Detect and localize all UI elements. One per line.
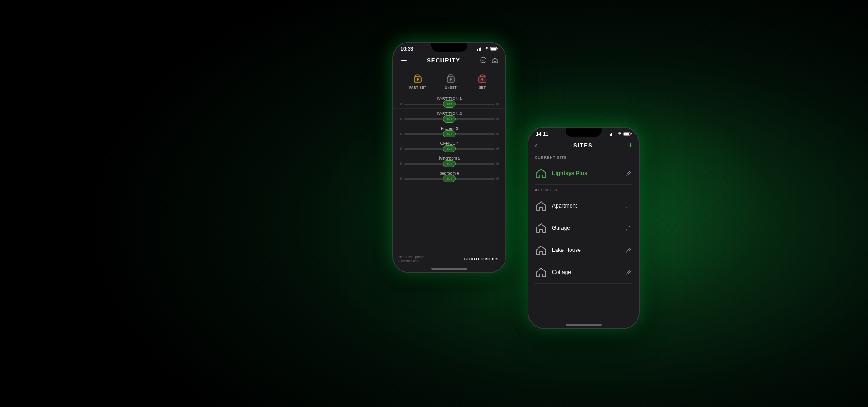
unset-label: UNSET <box>445 86 457 89</box>
lock-actions-row: PART SET UNSET <box>393 67 505 92</box>
svg-rect-0 <box>477 49 478 51</box>
notch-2 <box>566 128 602 137</box>
site-item-cottage[interactable]: Cottage <box>535 261 632 284</box>
partition-item-2[interactable]: PARTITION 2 SET <box>393 109 505 123</box>
slider-right-1 <box>496 103 499 105</box>
sites-content: CURRENT SITE Lightsys Plus <box>528 152 639 322</box>
home-nav-icon[interactable] <box>491 56 499 64</box>
add-site-button[interactable]: + <box>628 141 632 149</box>
battery-icon-2 <box>623 132 632 136</box>
phone-sites: 14:11 <box>528 127 640 329</box>
part-set-label: PART SET <box>409 86 426 89</box>
slider-track-5[interactable]: SET <box>404 163 495 165</box>
sites-title: SITES <box>573 142 593 149</box>
site-item-garage[interactable]: Garage <box>535 217 632 239</box>
partition-list: PARTITION 1 SET PARTITION 2 <box>393 92 505 252</box>
svg-rect-21 <box>624 133 629 135</box>
lake-house-home-icon <box>535 244 547 256</box>
svg-rect-4 <box>491 48 496 50</box>
partition-item-3[interactable]: Kitchen 3 SET <box>393 123 505 138</box>
svg-rect-2 <box>480 48 481 51</box>
wifi-icon-2 <box>618 132 622 136</box>
svg-rect-18 <box>611 133 612 136</box>
help-icon[interactable]: ? <box>479 56 487 64</box>
lake-house-edit-icon[interactable] <box>625 246 632 254</box>
apartment-name: Apartment <box>552 203 621 209</box>
partition-item-1[interactable]: PARTITION 1 SET <box>393 94 505 109</box>
partition-item-4[interactable]: OFFICE 4 SET <box>393 138 505 153</box>
signal-icon <box>477 47 484 51</box>
cottage-name: Cottage <box>552 269 621 275</box>
svg-rect-5 <box>497 48 498 49</box>
slider-track-4[interactable]: SET <box>404 148 495 150</box>
nav-bar-security: SECURITY ? <box>393 53 505 67</box>
garage-name: Garage <box>552 225 621 231</box>
cottage-edit-icon[interactable] <box>625 269 632 276</box>
lake-house-name: Lake House <box>552 247 621 253</box>
svg-rect-17 <box>610 134 611 136</box>
status-time-2: 14:11 <box>536 131 548 137</box>
svg-point-12 <box>450 78 452 80</box>
global-groups-button[interactable]: GLOBAL GROUPS › <box>464 257 501 261</box>
security-title: SECURITY <box>427 57 460 64</box>
apartment-edit-icon[interactable] <box>625 202 632 209</box>
garage-home-icon <box>535 222 547 234</box>
current-site-item[interactable]: Lightsys Plus <box>535 162 632 185</box>
set-action[interactable]: SET <box>475 71 490 89</box>
back-button[interactable]: ‹ <box>535 141 538 149</box>
home-indicator-2 <box>566 324 602 326</box>
current-site-edit-icon[interactable] <box>625 170 632 177</box>
slider-left-1 <box>400 103 402 105</box>
partition-item-6[interactable]: bedroom 6 SET <box>393 168 505 183</box>
menu-icon[interactable] <box>400 56 408 64</box>
svg-point-9 <box>417 78 419 80</box>
phone-bottom-bar: Status last update: 1 seconds ago GLOBAL… <box>393 252 505 266</box>
slider-track-6[interactable]: SET <box>404 178 495 180</box>
status-time-1: 10:33 <box>401 46 413 52</box>
svg-rect-22 <box>631 133 632 134</box>
status-icons-1 <box>477 47 498 51</box>
site-item-apartment[interactable]: Apartment <box>535 195 632 217</box>
garage-edit-icon[interactable] <box>625 224 632 232</box>
status-icons-2 <box>610 132 632 136</box>
site-item-lake-house[interactable]: Lake House <box>535 239 632 261</box>
slider-track-1[interactable]: SET <box>404 104 495 105</box>
home-indicator-1 <box>431 268 467 270</box>
phone-security: 10:33 <box>392 42 506 273</box>
sites-nav-bar: ‹ SITES + <box>528 138 639 152</box>
apartment-home-icon <box>535 199 547 212</box>
svg-rect-19 <box>613 133 613 136</box>
svg-text:?: ? <box>482 59 485 63</box>
cottage-home-icon <box>535 266 547 279</box>
set-label: SET <box>479 86 486 89</box>
status-update-text: Status last update: 1 seconds ago <box>398 255 424 263</box>
current-site-name: Lightsys Plus <box>552 170 621 176</box>
current-site-label: CURRENT SITE <box>535 152 632 162</box>
svg-point-15 <box>481 78 483 80</box>
wifi-icon <box>485 47 489 51</box>
slider-track-2[interactable]: SET <box>404 118 495 120</box>
part-set-action[interactable]: PART SET <box>409 71 426 89</box>
notch <box>431 43 467 52</box>
svg-rect-1 <box>479 48 480 51</box>
signal-icon-2 <box>610 132 616 136</box>
all-sites-label: ALL SITES <box>535 185 632 195</box>
unset-action[interactable]: UNSET <box>443 71 458 89</box>
partition-item-5[interactable]: livingroom 5 SET <box>393 153 505 168</box>
slider-track-3[interactable]: SET <box>404 133 495 135</box>
current-site-home-icon <box>535 167 547 180</box>
battery-icon <box>490 47 498 51</box>
